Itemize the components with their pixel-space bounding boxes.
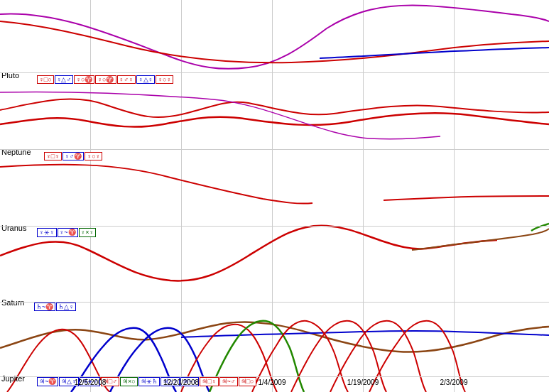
blue-line-top <box>320 48 549 58</box>
badge: ♀♂♀ <box>117 75 136 84</box>
red-curve-pluto-2 <box>0 113 549 126</box>
separator-5 <box>0 376 549 377</box>
badge: ♃×○ <box>120 377 138 386</box>
saturn-badges: ♄~♈ ♄△♀ <box>34 303 76 311</box>
saturn-label: Saturn <box>1 298 24 307</box>
badge: ♀×♀ <box>79 228 97 237</box>
separator-1 <box>0 72 549 73</box>
separator-2 <box>0 149 549 150</box>
badge: ♃⚹♄ <box>138 377 160 386</box>
badge: ♄△♀ <box>56 303 76 311</box>
badge: ♀○♀ <box>85 152 102 160</box>
badge: ♀○♈ <box>74 75 94 84</box>
badge: ♀□♀ <box>44 152 62 160</box>
badge: ♃□○ <box>239 377 256 386</box>
red-curve-top <box>0 21 549 62</box>
date-label-2: 12/20/2008 <box>163 379 199 386</box>
neptune-badges: ♀□♀ ♀♂♈ ♀○♀ <box>44 152 102 160</box>
badge: ♀⚹♀ <box>37 228 57 237</box>
badge: ♃□♀ <box>200 377 218 386</box>
badge: ♃~♂ <box>219 377 238 386</box>
chart-container: Pluto ♀□○ ♀△♂ ♀○♈ ♀○♈ ♀♂♀ ♀△♀ ♀○♀ Neptun… <box>0 0 549 392</box>
badge: ♃~♈ <box>37 377 58 386</box>
jupiter-label: Jupiter <box>1 374 25 383</box>
badge: ♀○♈ <box>95 75 116 84</box>
uranus-badges: ♀⚹♀ ♀~♈ ♀×♀ <box>37 228 96 237</box>
red-line-neptune <box>384 196 549 200</box>
badge: ♀△♀ <box>136 75 156 84</box>
badge: ♀△♂ <box>55 75 74 84</box>
badge: ♄~♈ <box>34 303 55 311</box>
badge: ♀~♈ <box>58 228 78 237</box>
main-chart <box>0 0 549 392</box>
separator-3 <box>0 226 549 227</box>
date-label-3: 1/4/2009 <box>259 379 286 386</box>
uranus-label: Uranus <box>1 224 26 232</box>
red-curve-neptune <box>0 165 312 204</box>
date-label-1: 12/5/2008 <box>75 379 107 386</box>
separator-4 <box>0 302 549 303</box>
pluto-badges: ♀□○ ♀△♂ ♀○♈ ♀○♈ ♀♂♀ ♀△♀ ♀○♀ <box>37 75 173 84</box>
badge: ♀□○ <box>37 75 54 84</box>
brown-curve-uranus <box>412 229 549 250</box>
purple-curve-top <box>0 5 549 68</box>
badge: ♀○♀ <box>156 75 173 84</box>
date-label-5: 2/3/2009 <box>440 379 468 386</box>
badge: ♀♂♈ <box>62 152 85 160</box>
jupiter-badges: ♃~♈ ♃△♀ ♃⚹♂ ♃□♂ ♃×○ ♃⚹♄ ♃△♀ ♃~♀ ♃□♀ ♃~♂ … <box>37 377 256 386</box>
date-label-4: 1/19/2009 <box>347 379 379 386</box>
